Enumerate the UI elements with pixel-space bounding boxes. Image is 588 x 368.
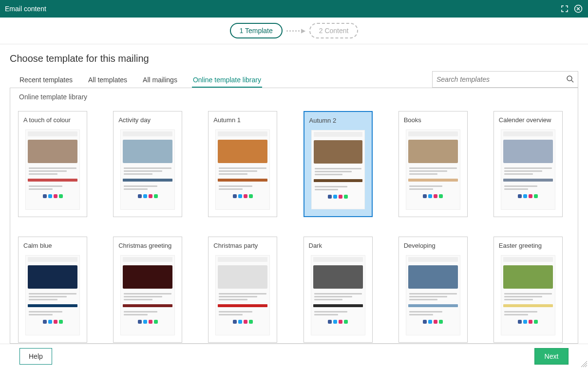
template-card[interactable]: Activity day	[113, 111, 182, 217]
tab-all-mailings[interactable]: All mailings	[142, 73, 178, 88]
template-title: Christmas greeting	[114, 237, 182, 252]
template-title: Calm blue	[19, 237, 87, 252]
template-thumbnail	[311, 255, 365, 335]
template-card[interactable]: Easter greeting	[493, 237, 563, 343]
tabs-and-search: Recent templatesAll templatesAll mailing…	[10, 71, 578, 88]
panel-header: Online template library	[10, 88, 578, 106]
template-card[interactable]: Dark	[303, 237, 373, 343]
wizard-step-label: 2 Content	[319, 27, 349, 35]
template-thumbnail	[25, 255, 80, 335]
tab-online-template-library[interactable]: Online template library	[192, 73, 262, 88]
template-title: Autumn 1	[209, 111, 277, 127]
template-thumbnail	[501, 255, 555, 335]
template-title: Books	[399, 111, 467, 127]
footer: Help Next	[0, 344, 588, 368]
tabs: Recent templatesAll templatesAll mailing…	[10, 73, 262, 88]
template-card[interactable]: Calm blue	[18, 237, 87, 343]
chevron-right-icon: ▶	[301, 27, 305, 34]
wizard-connector: ▶	[286, 27, 305, 34]
page-heading: Choose template for this mailing	[10, 53, 578, 64]
template-thumbnail	[406, 255, 460, 335]
template-title: Developing	[399, 237, 467, 252]
template-thumbnail	[25, 129, 80, 210]
template-thumbnail	[120, 129, 175, 210]
template-card[interactable]: Developing	[398, 237, 468, 343]
template-thumbnail	[120, 255, 175, 335]
template-grid-scroll[interactable]: A touch of colourActivity dayAutumn 1Aut…	[10, 106, 578, 343]
template-thumbnail	[501, 129, 555, 210]
wizard-steps: 1 Template ▶ 2 Content	[0, 18, 588, 44]
template-title: Activity day	[114, 111, 182, 127]
template-title: Calender overview	[494, 111, 562, 127]
template-card[interactable]: Autumn 1	[208, 111, 277, 217]
template-thumbnail	[215, 129, 270, 210]
template-card[interactable]: Autumn 2	[303, 111, 373, 217]
main-content: Choose template for this mailing Recent …	[0, 44, 588, 344]
search-input[interactable]	[436, 75, 562, 83]
help-button[interactable]: Help	[19, 348, 52, 365]
template-grid: A touch of colourActivity dayAutumn 1Aut…	[18, 111, 570, 343]
template-title: Dark	[304, 237, 372, 252]
close-icon[interactable]	[573, 4, 583, 14]
template-title: Autumn 2	[304, 112, 372, 127]
template-card[interactable]: Books	[398, 111, 468, 217]
titlebar-actions	[560, 4, 583, 14]
template-title: A touch of colour	[19, 111, 87, 127]
search-icon[interactable]	[566, 75, 574, 84]
template-card[interactable]: A touch of colour	[18, 111, 87, 217]
search-box[interactable]	[432, 71, 578, 88]
template-thumbnail	[215, 255, 270, 335]
titlebar: Email content	[0, 0, 588, 18]
wizard-step-label: 1 Template	[240, 27, 273, 35]
tab-all-templates[interactable]: All templates	[87, 73, 128, 88]
template-card[interactable]: Christmas party	[208, 237, 277, 343]
template-thumbnail	[406, 129, 460, 210]
template-title: Easter greeting	[494, 237, 562, 252]
template-card[interactable]: Calender overview	[493, 111, 563, 217]
template-panel: Online template library A touch of colou…	[10, 88, 578, 344]
next-button[interactable]: Next	[534, 348, 569, 365]
window-title: Email content	[5, 5, 46, 13]
resize-grip-icon[interactable]	[581, 361, 587, 367]
template-thumbnail	[311, 130, 365, 209]
svg-point-1	[567, 76, 572, 81]
template-card[interactable]: Christmas greeting	[113, 237, 182, 343]
wizard-step-template[interactable]: 1 Template	[230, 23, 283, 38]
fullscreen-icon[interactable]	[560, 4, 569, 14]
tab-recent-templates[interactable]: Recent templates	[19, 73, 74, 88]
wizard-step-content[interactable]: 2 Content	[309, 23, 359, 38]
template-title: Christmas party	[209, 237, 277, 252]
